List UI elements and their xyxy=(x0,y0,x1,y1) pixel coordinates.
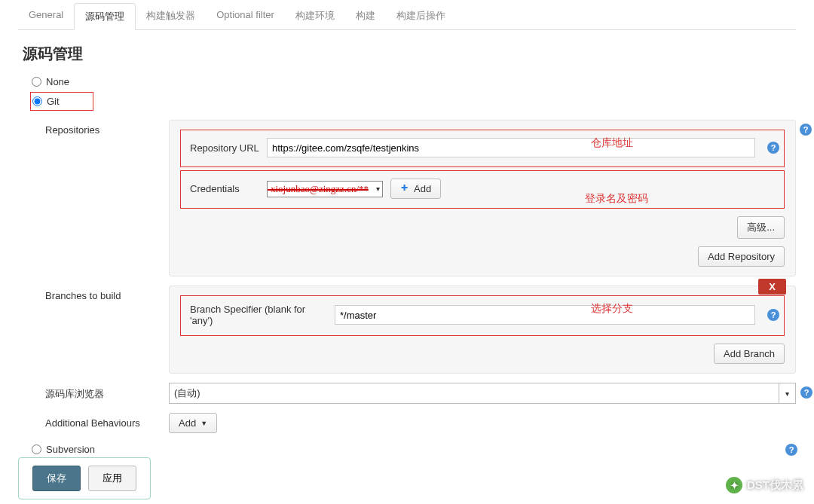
tab-triggers[interactable]: 构建触发器 xyxy=(136,3,206,29)
help-icon[interactable]: ? xyxy=(785,444,797,456)
branches-label: Branches to build xyxy=(45,286,158,374)
help-icon[interactable]: ? xyxy=(800,124,812,136)
radio-none-label: None xyxy=(46,76,69,87)
add-credentials-label: Add xyxy=(414,183,431,194)
delete-branch-button[interactable]: X xyxy=(758,279,786,295)
tab-post-build[interactable]: 构建后操作 xyxy=(386,3,456,29)
repo-url-input[interactable] xyxy=(267,138,755,157)
add-repository-button[interactable]: Add Repository xyxy=(698,246,785,267)
add-behaviour-button[interactable]: Add ▼ xyxy=(169,413,217,433)
tab-general[interactable]: General xyxy=(18,3,74,29)
add-credentials-button[interactable]: Add xyxy=(390,179,441,199)
repo-browser-value: (自动) xyxy=(174,386,200,400)
credentials-select[interactable]: xiojunbao@zingzz.cn/** ▾ xyxy=(267,181,383,197)
credentials-label: Credentials xyxy=(184,183,259,194)
save-bar: 保存 应用 xyxy=(18,457,151,499)
scm-radio-subversion[interactable]: Subversion ? xyxy=(32,444,796,455)
help-icon[interactable]: ? xyxy=(800,386,812,399)
repo-url-label: Repository URL xyxy=(184,142,259,154)
radio-git-label: Git xyxy=(47,96,60,107)
chevron-down-icon: ▼ xyxy=(200,420,207,427)
repo-browser-label: 源码库浏览器 xyxy=(45,383,158,404)
add-icon xyxy=(400,184,411,194)
watermark: ✦ DST伐木累 xyxy=(726,477,803,493)
save-button[interactable]: 保存 xyxy=(32,466,81,491)
scm-radio-none[interactable]: None xyxy=(32,76,796,87)
branch-specifier-label: Branch Specifier (blank for 'any') xyxy=(184,304,327,326)
branches-panel: X Branch Specifier (blank for 'any') ? 选… xyxy=(169,286,796,374)
tab-build-env[interactable]: 构建环境 xyxy=(285,3,345,29)
additional-behaviours-label: Additional Behaviours xyxy=(45,413,158,433)
help-icon[interactable]: ? xyxy=(767,142,779,154)
annotation-branch: 选择分支 xyxy=(591,302,633,316)
apply-button[interactable]: 应用 xyxy=(88,466,136,491)
credentials-value: xiojunbao@zingzz.cn/** xyxy=(271,183,369,195)
repo-browser-select[interactable]: (自动) ▾ xyxy=(169,383,796,404)
repositories-panel: ? Repository URL ? 仓库地址 Credentials xioj… xyxy=(169,120,796,276)
radio-none[interactable] xyxy=(32,77,41,87)
radio-subversion[interactable] xyxy=(32,444,41,454)
advanced-button[interactable]: 高级... xyxy=(737,216,785,239)
tab-build[interactable]: 构建 xyxy=(345,3,386,29)
radio-subversion-label: Subversion xyxy=(46,444,95,455)
help-icon[interactable]: ? xyxy=(767,309,779,321)
chevron-down-icon: ▾ xyxy=(779,383,795,403)
tab-scm[interactable]: 源码管理 xyxy=(74,3,136,30)
branch-specifier-input[interactable] xyxy=(335,305,755,325)
scm-radio-git[interactable]: Git xyxy=(32,96,60,107)
watermark-text: DST伐木累 xyxy=(747,478,803,493)
annotation-credentials: 登录名及密码 xyxy=(585,192,648,206)
tab-optional-filter[interactable]: Optional filter xyxy=(206,3,285,29)
wechat-icon: ✦ xyxy=(726,477,742,493)
section-title: 源码管理 xyxy=(23,44,796,64)
add-behaviour-label: Add xyxy=(179,417,196,429)
chevron-down-icon: ▾ xyxy=(376,185,380,193)
config-tabs: General 源码管理 构建触发器 Optional filter 构建环境 … xyxy=(18,3,796,30)
add-branch-button[interactable]: Add Branch xyxy=(714,344,785,364)
repositories-label: Repositories xyxy=(45,120,158,276)
annotation-repo-url: 仓库地址 xyxy=(591,136,633,150)
radio-git[interactable] xyxy=(32,96,42,106)
